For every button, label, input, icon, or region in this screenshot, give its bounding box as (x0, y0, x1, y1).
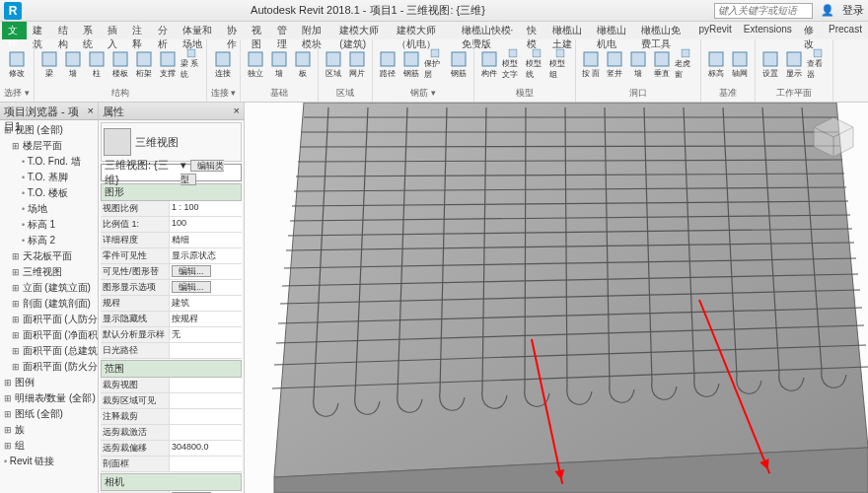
menu-tab[interactable]: 快模 (521, 22, 545, 39)
ribbon-button[interactable]: 梁 (38, 48, 60, 80)
ribbon-button[interactable]: 路径 (377, 48, 398, 80)
menu-tab[interactable]: 修改 (798, 22, 823, 39)
edit-type-button[interactable]: 编辑类型 (181, 160, 223, 185)
ribbon-button[interactable]: 支撑 (157, 48, 179, 80)
ribbon-button[interactable]: 区域 (323, 48, 344, 80)
props-row[interactable]: 视图比例1 : 100 (101, 201, 242, 217)
ribbon-button[interactable]: 按 面 (580, 48, 602, 80)
menu-tab[interactable]: 橄榄山土建 (546, 22, 591, 39)
ribbon-button[interactable]: 构件 (478, 48, 500, 80)
tree-item[interactable]: T.O. 基脚 (2, 170, 96, 185)
menu-tab[interactable]: 结构 (52, 22, 77, 39)
tree-item[interactable]: 族 (2, 422, 96, 438)
props-row[interactable]: 规程建筑 (101, 296, 242, 312)
ribbon-button[interactable]: 设置 (760, 48, 781, 80)
tree-item[interactable]: 天花板平面 (2, 248, 96, 264)
menu-tab[interactable]: 体量和场地 (177, 22, 221, 39)
menu-tab[interactable]: Precast (823, 22, 868, 39)
tree-item[interactable]: 标高 2 (2, 233, 96, 248)
tree-item[interactable]: 明细表/数量 (全部) (2, 390, 96, 406)
ribbon-button[interactable]: 模型 组 (549, 48, 571, 80)
props-row[interactable]: 注释裁剪 (101, 409, 242, 425)
menu-tab[interactable]: Extensions (738, 22, 798, 39)
props-row[interactable]: 裁剪视图 (101, 378, 242, 393)
view-cube[interactable] (809, 112, 858, 162)
props-row[interactable]: 默认分析显示样式无 (101, 327, 242, 343)
ribbon-button[interactable]: 垂直 (651, 48, 673, 80)
ribbon-button[interactable]: 老虎窗 (675, 48, 696, 80)
ribbon-button[interactable]: 模型 文字 (502, 48, 524, 80)
menu-tab[interactable]: 附加模块 (296, 22, 334, 39)
ribbon-button[interactable]: 模型 线 (526, 48, 547, 80)
props-row[interactable]: 可见性/图形替换编辑... (101, 264, 242, 280)
tree-item[interactable]: Revit 链接 (2, 454, 96, 469)
ribbon-button[interactable]: 独立 (245, 48, 266, 80)
tree-item[interactable]: 图例 (2, 375, 96, 390)
ribbon-button[interactable]: 标高 (705, 48, 727, 80)
ribbon-button[interactable]: 板 (292, 48, 314, 80)
props-row[interactable]: 比例值 1:100 (101, 217, 242, 233)
menu-tab[interactable]: pyRevit (692, 22, 737, 39)
ribbon-button[interactable]: 墙 (268, 48, 290, 80)
menu-tab[interactable]: 插入 (102, 22, 126, 39)
tree-item[interactable]: 组 (2, 438, 96, 454)
ribbon-button[interactable]: 修改 (6, 48, 28, 80)
close-icon[interactable]: × (88, 105, 94, 117)
ribbon-button[interactable]: 网片 (346, 48, 368, 80)
search-input[interactable] (714, 3, 813, 19)
props-row[interactable]: 日光路径 (101, 343, 242, 359)
tree-item[interactable]: 楼层平面 (2, 138, 96, 154)
tree-item[interactable]: 三维视图 (2, 264, 96, 280)
tree-item[interactable]: 视图 (全部) (2, 122, 96, 138)
menu-tab[interactable]: 橄榄山免费工具 (635, 22, 692, 39)
props-row[interactable]: 详细程度精细 (101, 233, 242, 248)
ribbon-button[interactable]: 桁架 (133, 48, 155, 80)
tree-item[interactable]: 面积平面 (人防分区面积) (2, 312, 96, 327)
login-link[interactable]: 登录 (842, 3, 864, 18)
tree-item[interactable]: 图纸 (全部) (2, 406, 96, 422)
ribbon-button[interactable]: 钢筋 (448, 48, 470, 80)
menu-tab[interactable]: 建模大师 (建筑) (333, 22, 391, 39)
menu-tab[interactable]: 建筑 (27, 22, 51, 39)
tree-item[interactable]: 面积平面 (净面积) (2, 327, 96, 343)
props-row[interactable]: 图形显示选项编辑... (101, 280, 242, 296)
ribbon-button[interactable]: 梁 系统 (181, 48, 202, 80)
props-row[interactable]: 显示隐藏线按规程 (101, 312, 242, 327)
ribbon-button[interactable]: 楼板 (109, 48, 131, 80)
menu-tab[interactable]: 建模大师（机电） (391, 22, 455, 39)
tree-item[interactable]: 面积平面 (总建筑面积) (2, 343, 96, 359)
instance-combo[interactable]: 三维视图: {三维}▾ 编辑类型 (101, 164, 242, 181)
menu-tab[interactable]: 文件 (2, 22, 27, 39)
menu-tab[interactable]: 视图 (246, 22, 270, 39)
menu-tab[interactable]: 系统 (77, 22, 102, 39)
props-row[interactable]: 裁剪区域可见 (101, 393, 242, 409)
ribbon-button[interactable]: 显示 (783, 48, 805, 80)
props-row[interactable]: 远剪裁激活 (101, 425, 242, 441)
tree-item[interactable]: 标高 1 (2, 217, 96, 233)
type-selector[interactable]: 三维视图 (101, 122, 242, 162)
3d-viewport[interactable] (245, 103, 868, 493)
tree-item[interactable]: 场地 (2, 201, 96, 217)
menu-tab[interactable]: 协作 (221, 22, 246, 39)
menu-tab[interactable]: 橄榄山机电 (591, 22, 635, 39)
ribbon-button[interactable]: 柱 (86, 48, 108, 80)
close-icon[interactable]: × (234, 105, 240, 117)
menu-tab[interactable]: 橄榄山快模·免费版 (456, 22, 522, 39)
menu-tab[interactable]: 分析 (152, 22, 177, 39)
tree-item[interactable]: 面积平面 (防火分区面积) (2, 359, 96, 375)
tree-item[interactable]: T.O. 楼板 (2, 185, 96, 201)
ribbon-button[interactable]: 查看器 (807, 48, 829, 80)
menu-tab[interactable]: 管理 (271, 22, 296, 39)
props-row[interactable]: 远剪裁偏移304800.0 (101, 441, 242, 457)
tree-item[interactable]: 立面 (建筑立面) (2, 280, 96, 296)
user-icon[interactable]: 👤 (821, 4, 834, 17)
ribbon-button[interactable]: 轴网 (729, 48, 751, 80)
tree-item[interactable]: T.O. Fnd. 墙 (2, 154, 96, 170)
menu-tab[interactable]: 注释 (126, 22, 151, 39)
ribbon-button[interactable]: 钢筋 (400, 48, 422, 80)
ribbon-button[interactable]: 竖井 (604, 48, 625, 80)
ribbon-button[interactable]: 墙 (62, 48, 84, 80)
props-row[interactable]: 零件可见性显示原状态 (101, 248, 242, 264)
props-row[interactable]: 剖面框 (101, 457, 242, 472)
ribbon-button[interactable]: 保护层 (424, 48, 446, 80)
